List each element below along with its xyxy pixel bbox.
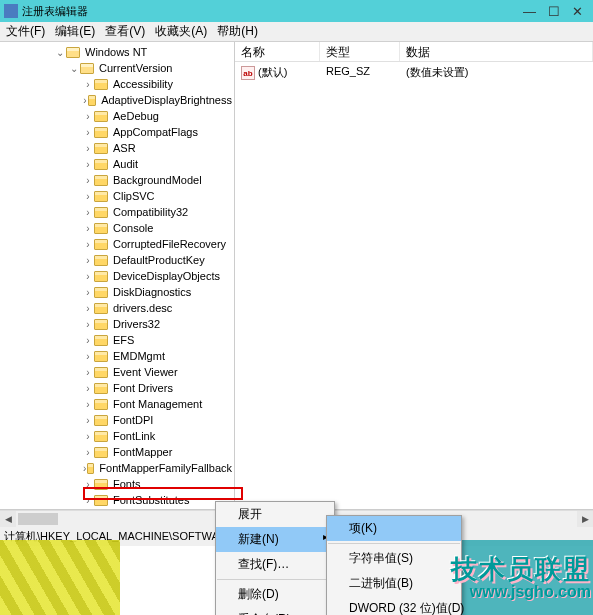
- folder-closed-icon: [94, 383, 108, 394]
- folder-closed-icon: [87, 463, 94, 474]
- expander-collapse-icon[interactable]: ⌄: [54, 47, 66, 58]
- tree-node-currentversion[interactable]: ⌄CurrentVersion: [0, 60, 234, 76]
- close-button[interactable]: ✕: [572, 4, 583, 19]
- tree-node-fonts[interactable]: ›Fonts: [0, 476, 234, 492]
- expander-expand-icon[interactable]: ›: [82, 383, 94, 394]
- tree-node-accessibility[interactable]: ›Accessibility: [0, 76, 234, 92]
- expander-expand-icon[interactable]: ›: [82, 431, 94, 442]
- list-header: 名称 类型 数据: [235, 42, 593, 62]
- expander-expand-icon[interactable]: ›: [82, 351, 94, 362]
- menu-item[interactable]: 字符串值(S): [327, 546, 461, 571]
- tree-node-fontmapperfamilyfallback[interactable]: ›FontMapperFamilyFallback: [0, 460, 234, 476]
- tree-node-compatibility32[interactable]: ›Compatibility32: [0, 204, 234, 220]
- menu-item[interactable]: 二进制值(B): [327, 571, 461, 596]
- expander-expand-icon[interactable]: ›: [82, 143, 94, 154]
- tree-node-devicedisplayobjects[interactable]: ›DeviceDisplayObjects: [0, 268, 234, 284]
- folder-closed-icon: [94, 271, 108, 282]
- expander-expand-icon[interactable]: ›: [82, 207, 94, 218]
- expander-collapse-icon[interactable]: ⌄: [68, 63, 80, 74]
- expander-expand-icon[interactable]: ›: [82, 303, 94, 314]
- expander-expand-icon[interactable]: ›: [82, 287, 94, 298]
- menu-edit[interactable]: 编辑(E): [55, 23, 95, 40]
- tree-node-event-viewer[interactable]: ›Event Viewer: [0, 364, 234, 380]
- tree-label: Font Management: [111, 398, 204, 410]
- menu-item[interactable]: 查找(F)…: [216, 552, 334, 577]
- expander-expand-icon[interactable]: ›: [82, 191, 94, 202]
- tree-node-diskdiagnostics[interactable]: ›DiskDiagnostics: [0, 284, 234, 300]
- tree-node-appcompatflags[interactable]: ›AppCompatFlags: [0, 124, 234, 140]
- tree-node-gre_initialize[interactable]: ›GRE_Initialize: [0, 508, 234, 509]
- folder-closed-icon: [94, 111, 108, 122]
- expander-expand-icon[interactable]: ›: [82, 335, 94, 346]
- folder-closed-icon: [94, 415, 108, 426]
- tree-node-audit[interactable]: ›Audit: [0, 156, 234, 172]
- tree-node-backgroundmodel[interactable]: ›BackgroundModel: [0, 172, 234, 188]
- expander-expand-icon[interactable]: ›: [82, 175, 94, 186]
- menu-item[interactable]: DWORD (32 位)值(D): [327, 596, 461, 615]
- tree-label: drivers.desc: [111, 302, 174, 314]
- expander-expand-icon[interactable]: ›: [82, 399, 94, 410]
- minimize-button[interactable]: —: [523, 4, 536, 19]
- tree-label: ClipSVC: [111, 190, 157, 202]
- tree-node-fontlink[interactable]: ›FontLink: [0, 428, 234, 444]
- list-row[interactable]: ab(默认) REG_SZ (数值未设置): [235, 62, 593, 83]
- expander-expand-icon[interactable]: ›: [82, 111, 94, 122]
- col-header-type[interactable]: 类型: [320, 42, 400, 61]
- tree-node-fontsubstitutes[interactable]: ›FontSubstitutes: [0, 492, 234, 508]
- expander-expand-icon[interactable]: ›: [82, 479, 94, 490]
- folder-open-icon: [66, 47, 80, 58]
- tree-node-console[interactable]: ›Console: [0, 220, 234, 236]
- tree-node-emdmgmt[interactable]: ›EMDMgmt: [0, 348, 234, 364]
- expander-expand-icon[interactable]: ›: [82, 159, 94, 170]
- menu-item[interactable]: 项(K): [327, 516, 461, 541]
- tree-label: Windows NT: [83, 46, 149, 58]
- scroll-right-arrow-2[interactable]: ▶: [577, 511, 593, 527]
- menu-item[interactable]: 新建(N): [216, 527, 334, 552]
- col-header-data[interactable]: 数据: [400, 42, 593, 61]
- tree-node-clipsvc[interactable]: ›ClipSVC: [0, 188, 234, 204]
- col-header-name[interactable]: 名称: [235, 42, 320, 61]
- tree-node-asr[interactable]: ›ASR: [0, 140, 234, 156]
- tree-node-drivers32[interactable]: ›Drivers32: [0, 316, 234, 332]
- tree-node-adaptivedisplaybrightness[interactable]: ›AdaptiveDisplayBrightness: [0, 92, 234, 108]
- menu-view[interactable]: 查看(V): [105, 23, 145, 40]
- tree-node-drivers.desc[interactable]: ›drivers.desc: [0, 300, 234, 316]
- menu-item[interactable]: 重命名(R): [216, 607, 334, 615]
- tree-node-efs[interactable]: ›EFS: [0, 332, 234, 348]
- folder-closed-icon: [94, 319, 108, 330]
- expander-expand-icon[interactable]: ›: [82, 223, 94, 234]
- tree-node-corruptedfilerecovery[interactable]: ›CorruptedFileRecovery: [0, 236, 234, 252]
- tree-node-defaultproductkey[interactable]: ›DefaultProductKey: [0, 252, 234, 268]
- tree-node-font-drivers[interactable]: ›Font Drivers: [0, 380, 234, 396]
- expander-expand-icon[interactable]: ›: [82, 447, 94, 458]
- expander-expand-icon[interactable]: ›: [82, 255, 94, 266]
- maximize-button[interactable]: ☐: [548, 4, 560, 19]
- tree-label: EMDMgmt: [111, 350, 167, 362]
- expander-expand-icon[interactable]: ›: [82, 415, 94, 426]
- folder-closed-icon: [94, 495, 108, 506]
- menu-item[interactable]: 展开: [216, 502, 334, 527]
- tree-node-windows-nt[interactable]: ⌄Windows NT: [0, 44, 234, 60]
- menu-file[interactable]: 文件(F): [6, 23, 45, 40]
- expander-expand-icon[interactable]: ›: [82, 319, 94, 330]
- expander-expand-icon[interactable]: ›: [82, 239, 94, 250]
- expander-expand-icon[interactable]: ›: [82, 79, 94, 90]
- tree-node-fontmapper[interactable]: ›FontMapper: [0, 444, 234, 460]
- tree-label: EFS: [111, 334, 136, 346]
- string-icon: ab: [241, 66, 255, 80]
- expander-expand-icon[interactable]: ›: [82, 495, 94, 506]
- scroll-left-arrow[interactable]: ◀: [0, 511, 16, 527]
- menu-favorites[interactable]: 收藏夹(A): [155, 23, 207, 40]
- cell-name: (默认): [258, 66, 287, 78]
- scroll-thumb[interactable]: [18, 513, 58, 525]
- menubar: 文件(F) 编辑(E) 查看(V) 收藏夹(A) 帮助(H): [0, 22, 593, 42]
- expander-expand-icon[interactable]: ›: [82, 127, 94, 138]
- tree-node-aedebug[interactable]: ›AeDebug: [0, 108, 234, 124]
- menu-help[interactable]: 帮助(H): [217, 23, 258, 40]
- bg-decoration-stripes: [0, 540, 120, 615]
- expander-expand-icon[interactable]: ›: [82, 271, 94, 282]
- tree-node-fontdpi[interactable]: ›FontDPI: [0, 412, 234, 428]
- menu-item[interactable]: 删除(D): [216, 582, 334, 607]
- expander-expand-icon[interactable]: ›: [82, 367, 94, 378]
- tree-node-font-management[interactable]: ›Font Management: [0, 396, 234, 412]
